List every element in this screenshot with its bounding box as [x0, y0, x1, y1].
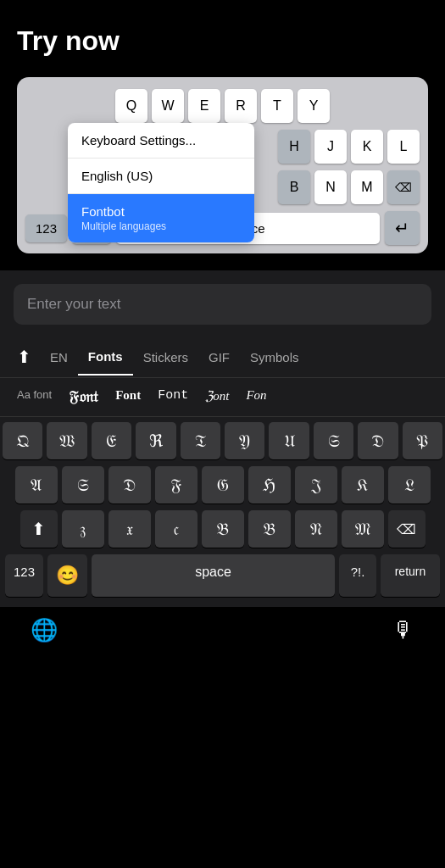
dk-key-q[interactable]: 𝔔 [3, 422, 42, 459]
preview-key-m: M [351, 170, 383, 204]
dk-key-i[interactable]: 𝔖 [314, 422, 353, 459]
dk-emoji-key[interactable]: 😊 [47, 554, 87, 597]
preview-key-r: R [225, 89, 257, 123]
text-input-section: Enter your text [0, 270, 445, 337]
font-style-script[interactable]: ℨont [197, 385, 237, 409]
dk-key-z[interactable]: 𝔷 [62, 510, 104, 548]
dk-key-l2[interactable]: 𝔏 [388, 466, 431, 504]
dk-key-d[interactable]: 𝔇 [108, 466, 151, 504]
dk-key-p[interactable]: 𝔓 [403, 422, 442, 459]
preview-key-l: L [387, 130, 420, 164]
font-style-row: Aa font 𝔉𝔬𝔫𝔱 Font Font ℨont Fon [0, 378, 445, 417]
dk-bottom-row: 123 😊 space ?!. return [3, 554, 442, 597]
preview-num-key[interactable]: 123 [25, 214, 67, 242]
bottom-bar: 🌐 🎙 [0, 607, 445, 652]
dk-punct-key[interactable]: ?!. [339, 554, 376, 597]
tab-symbols[interactable]: Symbols [240, 340, 309, 375]
preview-key-t: T [261, 89, 293, 123]
preview-key-h: H [278, 130, 310, 164]
preview-key-k: K [351, 130, 383, 164]
share-icon: ⬆ [17, 348, 31, 366]
dk-key-o[interactable]: 𝔇 [358, 422, 398, 459]
tab-en[interactable]: EN [40, 340, 78, 375]
dropdown-item-settings[interactable]: Keyboard Settings... [68, 123, 254, 159]
preview-key-e: E [188, 89, 220, 123]
keyboard-preview-card: Q W E R T Y Keyboard Settings... English… [17, 77, 428, 253]
globe-button[interactable]: 🌐 [31, 617, 58, 643]
dk-row1: 𝔔 𝔚 𝔈 ℜ 𝔗 𝔜 𝔘 𝔖 𝔇 𝔓 [3, 422, 442, 459]
globe-icon: 🌐 [31, 617, 58, 643]
dk-key-g[interactable]: 𝔊 [202, 466, 244, 504]
preview-key-n: N [314, 170, 347, 204]
dark-keyboard: 𝔔 𝔚 𝔈 ℜ 𝔗 𝔜 𝔘 𝔖 𝔇 𝔓 𝔄 𝔖 𝔇 𝔉 𝔊 ℌ 𝔍 𝔎 𝔏 ⬆ … [0, 417, 445, 607]
keyboard-toolbar: ⬆ EN Fonts Stickers GIF Symbols [0, 337, 445, 378]
font-style-normal[interactable]: Aa font [8, 385, 60, 409]
font-style-oldstyle[interactable]: Font [149, 385, 197, 409]
top-section: Try now Q W E R T Y Keyboard Settings...… [0, 0, 445, 270]
dropdown-item-fontbot[interactable]: Fontbot Multiple languages [68, 194, 254, 242]
dropdown-item-english[interactable]: English (US) [68, 159, 254, 194]
dk-key-c[interactable]: 𝔠 [155, 510, 197, 548]
dk-key-s[interactable]: 𝔖 [62, 466, 104, 504]
dk-key-a[interactable]: 𝔄 [15, 466, 58, 504]
dk-row2: 𝔄 𝔖 𝔇 𝔉 𝔊 ℌ 𝔍 𝔎 𝔏 [3, 466, 442, 504]
preview-key-backspace[interactable]: ⌫ [387, 170, 420, 204]
keyboard-dropdown[interactable]: Keyboard Settings... English (US) Fontbo… [68, 123, 254, 242]
dk-row3: ⬆ 𝔷 𝔵 𝔠 𝔅 𝔅 𝔑 𝔐 ⌫ [3, 510, 442, 548]
mic-icon: 🎙 [392, 617, 414, 643]
dk-key-y[interactable]: 𝔜 [225, 422, 264, 459]
dk-key-w[interactable]: 𝔚 [47, 422, 86, 459]
tab-gif[interactable]: GIF [198, 340, 240, 375]
dk-key-e[interactable]: 𝔈 [92, 422, 131, 459]
dk-key-x[interactable]: 𝔵 [108, 510, 151, 548]
preview-key-w: W [152, 89, 184, 123]
preview-row1: Q W E R T Y [25, 89, 420, 123]
preview-key-j: J [314, 130, 347, 164]
preview-key-q: Q [115, 89, 147, 123]
share-button[interactable]: ⬆ [8, 337, 40, 377]
font-style-serif-bold[interactable]: Font [107, 385, 149, 409]
preview-key-y: Y [298, 89, 330, 123]
font-style-italic[interactable]: Fon [237, 385, 275, 409]
dk-key-r[interactable]: ℜ [136, 422, 175, 459]
dk-key-j2[interactable]: 𝔍 [295, 466, 337, 504]
dk-key-t[interactable]: 𝔗 [181, 422, 220, 459]
dk-key-n2[interactable]: 𝔑 [295, 510, 337, 548]
font-style-gothic[interactable]: 𝔉𝔬𝔫𝔱 [60, 385, 107, 409]
page-title: Try now [17, 25, 428, 57]
dk-backspace-key[interactable]: ⌫ [388, 510, 426, 548]
dk-num-key[interactable]: 123 [5, 554, 43, 597]
dk-key-k2[interactable]: 𝔎 [342, 466, 384, 504]
dk-key-v[interactable]: 𝔅 [202, 510, 244, 548]
dk-key-f[interactable]: 𝔉 [155, 466, 197, 504]
preview-key-b: B [278, 170, 310, 204]
dk-key-b2[interactable]: 𝔅 [248, 510, 291, 548]
dk-key-u[interactable]: 𝔘 [269, 422, 309, 459]
text-input-field[interactable]: Enter your text [14, 284, 431, 325]
tab-fonts[interactable]: Fonts [78, 339, 133, 376]
dk-space-key[interactable]: space [92, 554, 335, 597]
preview-return-key[interactable]: ↵ [385, 211, 420, 245]
tab-stickers[interactable]: Stickers [133, 340, 198, 375]
dk-return-key[interactable]: return [381, 554, 440, 597]
mic-button[interactable]: 🎙 [392, 617, 414, 643]
dk-key-m2[interactable]: 𝔐 [342, 510, 384, 548]
dk-key-h2[interactable]: ℌ [248, 466, 291, 504]
dk-shift-key[interactable]: ⬆ [20, 510, 58, 548]
